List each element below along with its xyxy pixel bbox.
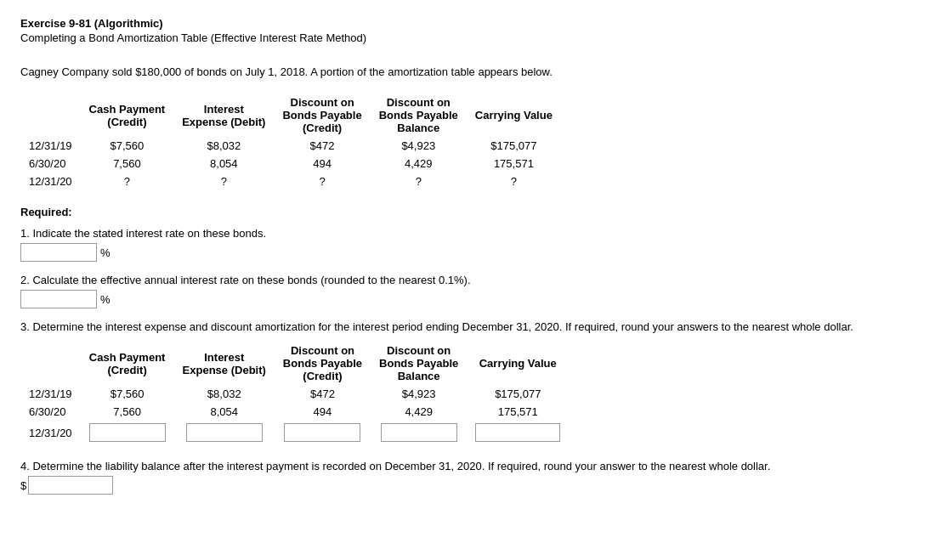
interest-input-12-31-20[interactable] [186,423,263,442]
discount-balance-input-12-31-20[interactable] [381,423,457,442]
amortization-table-1: Cash Payment (Credit) Interest Expense (… [20,93,561,190]
discount-credit-cell-2: $472 [275,385,371,403]
cash-input-cell[interactable] [81,421,174,444]
q4-text: 4. Determine the liability balance after… [20,460,921,472]
period-cell-2-input: 12/31/20 [20,421,81,444]
cash-cell: $7,560 [81,137,174,155]
col-header-cash-payment: Cash Payment (Credit) [81,93,174,137]
discount-credit-input-cell[interactable] [275,421,371,444]
discount-credit-cell-2: 494 [275,403,371,421]
exercise-description: Cagney Company sold $180,000 of bonds on… [20,65,921,78]
exercise-title: Exercise 9-81 (Algorithmic) [20,17,921,30]
col-header-interest-expense: Interest Expense (Debit) [173,93,274,137]
interest-cell: 8,054 [173,155,274,173]
carrying-cell: 175,571 [467,155,561,173]
period-cell: 6/30/20 [20,155,81,173]
col-header-period [20,93,81,137]
interest-cell: $8,032 [173,137,274,155]
cash-cell: ? [81,173,174,190]
interest-input-cell[interactable] [174,421,275,444]
q4-input[interactable] [28,476,113,495]
discount-balance-cell-2: $4,923 [371,385,467,403]
required-label: Required: [20,206,921,218]
q4-dollar-prefix: $ [20,479,26,492]
q1-text: 1. Indicate the stated interest rate on … [20,227,921,240]
exercise-subtitle: Completing a Bond Amortization Table (Ef… [20,31,921,44]
amortization-table-2: Cash Payment (Credit) Interest Expense (… [20,342,569,444]
col-header-discount-balance-2: Discount on Bonds Payable Balance [371,342,467,385]
q2-text: 2. Calculate the effective annual intere… [20,274,921,286]
period-cell: 12/31/20 [20,173,81,190]
col-header-discount-balance: Discount on Bonds Payable Balance [371,93,467,137]
period-cell: 12/31/19 [20,137,81,155]
table-row: 12/31/19 $7,560 $8,032 $472 $4,923 $175,… [20,137,561,155]
cash-cell-2: $7,560 [81,385,174,403]
carrying-input-12-31-20[interactable] [475,423,560,442]
carrying-cell: $175,077 [467,137,561,155]
table-row: 12/31/20 ? ? ? ? ? [20,173,561,190]
discount-credit-cell: $472 [274,137,370,155]
q3-text: 3. Determine the interest expense and di… [20,320,921,333]
cash-input-12-31-20[interactable] [89,423,166,442]
table-row: 12/31/19 $7,560 $8,032 $472 $4,923 $175,… [20,385,569,403]
carrying-input-cell[interactable] [467,421,569,444]
discount-balance-cell: 4,429 [371,155,467,173]
carrying-cell: ? [467,173,561,190]
col-header-discount-credit-2: Discount on Bonds Payable (Credit) [275,342,371,385]
discount-balance-cell: $4,923 [371,137,467,155]
carrying-cell-2: 175,571 [467,403,569,421]
col-header-period-2 [20,342,81,385]
col-header-carrying-value: Carrying Value [467,93,561,137]
q2-pct-label: % [100,293,111,306]
interest-cell-2: 8,054 [174,403,275,421]
discount-credit-cell: 494 [274,155,370,173]
carrying-cell-2: $175,077 [467,385,569,403]
interest-cell: ? [173,173,274,190]
q1-pct-label: % [100,246,111,259]
col-header-discount-credit: Discount on Bonds Payable (Credit) [274,93,370,137]
period-cell-2: 12/31/19 [20,385,81,403]
table-row-input: 12/31/20 [20,421,569,444]
table-row: 6/30/20 7,560 8,054 494 4,429 175,571 [20,155,561,173]
col-header-carrying-value-2: Carrying Value [467,342,569,385]
discount-balance-input-cell[interactable] [371,421,467,444]
col-header-interest-expense-2: Interest Expense (Debit) [174,342,275,385]
col-header-cash-payment-2: Cash Payment (Credit) [81,342,174,385]
discount-balance-cell-2: 4,429 [371,403,467,421]
q2-input[interactable] [20,290,97,308]
discount-balance-cell: ? [371,173,467,190]
interest-cell-2: $8,032 [174,385,275,403]
table-row: 6/30/20 7,560 8,054 494 4,429 175,571 [20,403,569,421]
discount-credit-cell: ? [274,173,370,190]
discount-credit-input-12-31-20[interactable] [284,423,360,442]
cash-cell-2: 7,560 [81,403,174,421]
period-cell-2: 6/30/20 [20,403,81,421]
cash-cell: 7,560 [81,155,174,173]
q1-input[interactable] [20,243,97,262]
